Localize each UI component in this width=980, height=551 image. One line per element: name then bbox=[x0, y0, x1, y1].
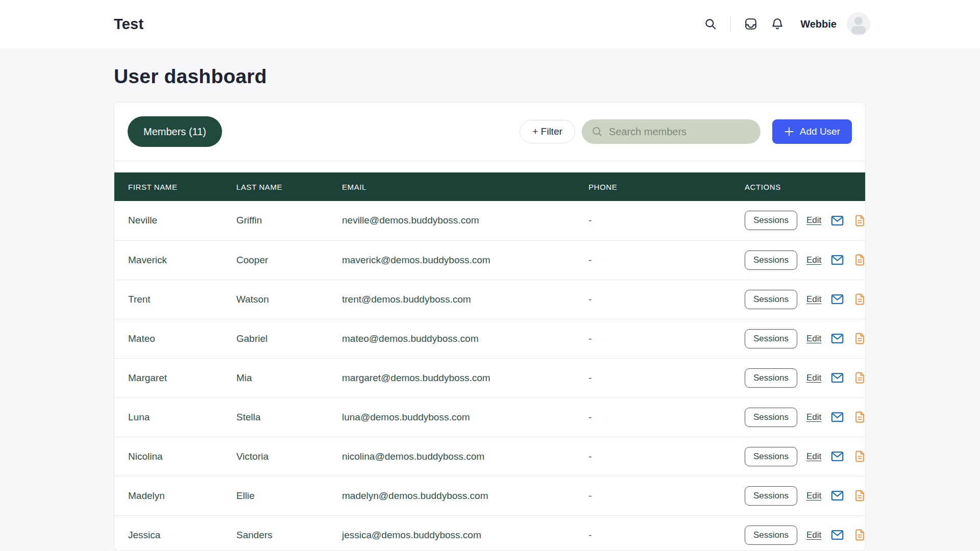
sessions-button[interactable]: Sessions bbox=[745, 525, 797, 545]
file-icon[interactable] bbox=[853, 293, 866, 306]
edit-link[interactable]: Edit bbox=[806, 530, 821, 540]
mail-icon[interactable] bbox=[830, 489, 844, 503]
cell-first-name: Margaret bbox=[114, 358, 236, 397]
mail-icon[interactable] bbox=[830, 528, 844, 542]
members-card: Members (11) + Filter Add User bbox=[114, 102, 866, 551]
mail-icon[interactable] bbox=[830, 371, 844, 385]
cell-actions: Sessions Edit bbox=[745, 358, 866, 397]
sessions-button[interactable]: Sessions bbox=[745, 486, 797, 506]
sessions-button[interactable]: Sessions bbox=[745, 290, 797, 309]
edit-link[interactable]: Edit bbox=[806, 373, 821, 383]
cell-email: nicolina@demos.buddyboss.com bbox=[342, 437, 589, 476]
add-user-label: Add User bbox=[800, 126, 840, 137]
cell-actions: Sessions Edit bbox=[745, 319, 866, 358]
sessions-button[interactable]: Sessions bbox=[745, 211, 797, 230]
avatar[interactable] bbox=[847, 12, 870, 36]
cell-last-name: Mia bbox=[236, 358, 342, 397]
edit-link[interactable]: Edit bbox=[806, 215, 821, 226]
cell-actions: Sessions Edit bbox=[745, 515, 866, 551]
search-members-icon bbox=[591, 126, 603, 138]
mail-icon[interactable] bbox=[830, 292, 844, 306]
file-icon[interactable] bbox=[853, 489, 866, 502]
mail-icon[interactable] bbox=[830, 410, 844, 424]
table-row: Maverick Cooper maverick@demos.buddyboss… bbox=[114, 240, 866, 280]
edit-link[interactable]: Edit bbox=[806, 255, 821, 265]
cell-email: margaret@demos.buddyboss.com bbox=[342, 358, 589, 397]
table-row: Neville Griffin neville@demos.buddyboss.… bbox=[114, 201, 866, 240]
table-row: Mateo Gabriel mateo@demos.buddyboss.com … bbox=[114, 319, 866, 358]
cell-first-name: Luna bbox=[114, 397, 236, 437]
cell-actions: Sessions Edit bbox=[745, 397, 866, 437]
cell-email: trent@demos.buddyboss.com bbox=[342, 280, 589, 319]
cell-phone: - bbox=[589, 437, 745, 476]
sessions-button[interactable]: Sessions bbox=[745, 447, 797, 466]
sessions-button[interactable]: Sessions bbox=[745, 368, 797, 388]
cell-email: maverick@demos.buddyboss.com bbox=[342, 240, 589, 280]
mail-icon[interactable] bbox=[830, 449, 844, 463]
mail-icon[interactable] bbox=[830, 253, 844, 267]
edit-link[interactable]: Edit bbox=[806, 294, 821, 305]
cell-email: mateo@demos.buddyboss.com bbox=[342, 319, 589, 358]
file-icon[interactable] bbox=[853, 214, 866, 227]
cell-phone: - bbox=[589, 397, 745, 437]
cell-last-name: Ellie bbox=[236, 476, 342, 515]
file-icon[interactable] bbox=[853, 529, 866, 541]
table-gap bbox=[114, 161, 865, 172]
top-bar-right: Webbie bbox=[704, 12, 870, 36]
members-tab[interactable]: Members (11) bbox=[128, 116, 222, 147]
table-row: Nicolina Victoria nicolina@demos.buddybo… bbox=[114, 437, 866, 476]
filter-button[interactable]: + Filter bbox=[520, 120, 575, 143]
cell-actions: Sessions Edit bbox=[745, 476, 866, 515]
bell-icon[interactable] bbox=[771, 17, 784, 31]
cell-last-name: Victoria bbox=[236, 437, 342, 476]
cell-last-name: Griffin bbox=[236, 201, 342, 240]
table-row: Margaret Mia margaret@demos.buddyboss.co… bbox=[114, 358, 866, 397]
cell-phone: - bbox=[589, 240, 745, 280]
file-icon[interactable] bbox=[853, 450, 866, 463]
cell-email: luna@demos.buddyboss.com bbox=[342, 397, 589, 437]
file-icon[interactable] bbox=[853, 371, 866, 384]
mail-icon[interactable] bbox=[830, 214, 844, 228]
search-icon[interactable] bbox=[704, 17, 717, 31]
table-header-row: FIRST NAME LAST NAME EMAIL PHONE ACTIONS bbox=[114, 172, 866, 201]
sessions-button[interactable]: Sessions bbox=[745, 329, 797, 348]
cell-actions: Sessions Edit bbox=[745, 201, 866, 240]
site-logo[interactable]: Test bbox=[114, 16, 143, 33]
col-actions: ACTIONS bbox=[745, 172, 866, 201]
cell-phone: - bbox=[589, 201, 745, 240]
cell-first-name: Mateo bbox=[114, 319, 236, 358]
add-user-button[interactable]: Add User bbox=[772, 119, 852, 144]
cell-first-name: Jessica bbox=[114, 515, 236, 551]
table-row: Trent Watson trent@demos.buddyboss.com -… bbox=[114, 280, 866, 319]
cell-actions: Sessions Edit bbox=[745, 240, 866, 280]
edit-link[interactable]: Edit bbox=[806, 452, 821, 462]
table-row: Madelyn Ellie madelyn@demos.buddyboss.co… bbox=[114, 476, 866, 515]
file-icon[interactable] bbox=[853, 254, 866, 266]
cell-email: neville@demos.buddyboss.com bbox=[342, 201, 589, 240]
search-members-input[interactable] bbox=[609, 126, 751, 138]
divider bbox=[730, 16, 731, 32]
cell-email: jessica@demos.buddyboss.com bbox=[342, 515, 589, 551]
edit-link[interactable]: Edit bbox=[806, 412, 821, 422]
cell-last-name: Cooper bbox=[236, 240, 342, 280]
file-icon[interactable] bbox=[853, 332, 866, 345]
edit-link[interactable]: Edit bbox=[806, 491, 821, 501]
cell-last-name: Stella bbox=[236, 397, 342, 437]
col-email: EMAIL bbox=[342, 172, 589, 201]
file-icon[interactable] bbox=[853, 411, 866, 423]
toolbar-right: + Filter Add User bbox=[520, 119, 852, 144]
cell-phone: - bbox=[589, 476, 745, 515]
avatar-head-shape bbox=[854, 17, 863, 25]
user-name[interactable]: Webbie bbox=[800, 18, 837, 30]
members-table-body: Neville Griffin neville@demos.buddyboss.… bbox=[114, 201, 866, 551]
cell-phone: - bbox=[589, 358, 745, 397]
inbox-icon[interactable] bbox=[744, 17, 757, 31]
table-row: Jessica Sanders jessica@demos.buddyboss.… bbox=[114, 515, 866, 551]
sessions-button[interactable]: Sessions bbox=[745, 408, 797, 427]
edit-link[interactable]: Edit bbox=[806, 334, 821, 344]
member-search[interactable] bbox=[582, 119, 761, 144]
cell-phone: - bbox=[589, 515, 745, 551]
mail-icon[interactable] bbox=[830, 332, 844, 345]
members-toolbar: Members (11) + Filter Add User bbox=[114, 103, 865, 161]
sessions-button[interactable]: Sessions bbox=[745, 251, 797, 270]
